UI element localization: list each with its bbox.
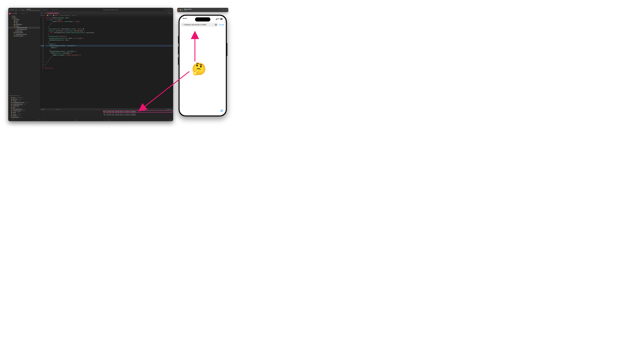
run-button[interactable]: ▶ bbox=[23, 9, 24, 11]
library-icon[interactable]: ▭ bbox=[170, 9, 172, 11]
package-row[interactable]: ›📦abseil1.2024011601.1 bbox=[8, 97, 40, 98]
code-line[interactable]: extension NotesListScreen: View { bbox=[45, 17, 173, 19]
disclosure-chevron-icon[interactable]: › bbox=[9, 100, 10, 102]
tree-row[interactable]: ⌄📁Notes bbox=[8, 17, 40, 19]
clear-console-icon[interactable]: 🗑 bbox=[169, 119, 170, 121]
package-row[interactable]: ›📦AppCheck10.19.0 bbox=[8, 98, 40, 100]
line-number[interactable]: 48 bbox=[40, 41, 44, 43]
toggle-debug-area-icon[interactable]: ▢ bbox=[172, 109, 172, 110]
disclosure-chevron-icon[interactable]: › bbox=[12, 24, 13, 25]
tree-row[interactable]: ›📁Views bbox=[8, 22, 40, 24]
clear-search-icon[interactable]: ✕ bbox=[215, 24, 217, 26]
project-tree[interactable]: ⌄▣Notes⌄📁Notes›📁Services›📁Model›📁Views›📁… bbox=[8, 15, 40, 94]
zoom-dot[interactable] bbox=[13, 9, 14, 11]
code-editor[interactable]: 3536373839404142434445464748495051525354… bbox=[40, 17, 173, 108]
code-line[interactable]: var body: some View { bbox=[45, 19, 173, 21]
line-number[interactable]: 51 bbox=[40, 47, 44, 49]
line-number[interactable]: 40 bbox=[40, 26, 44, 28]
line-number[interactable]: 61 bbox=[40, 65, 44, 67]
disclosure-chevron-icon[interactable]: › bbox=[12, 22, 13, 24]
package-deps-list[interactable]: ›📦abseil1.2024011601.1›📦AppCheck10.19.0›… bbox=[8, 96, 40, 118]
compose-note-icon[interactable] bbox=[220, 109, 223, 113]
disclosure-chevron-icon[interactable]: › bbox=[9, 99, 10, 100]
minimap-toggle-icon[interactable]: ≣ bbox=[168, 13, 170, 14]
disclosure-chevron-icon[interactable]: › bbox=[9, 104, 10, 105]
line-number[interactable]: 49 bbox=[40, 43, 44, 45]
search-field[interactable]: Firestone documents in Swift? ✕ bbox=[181, 23, 218, 27]
package-row[interactable]: ›📦Promises2.4.0 bbox=[8, 115, 40, 117]
code-line[interactable] bbox=[45, 65, 173, 67]
code-line[interactable]: } bbox=[45, 56, 173, 58]
run-destination-pill[interactable]: ▣ Notes 〉 📱 iPhone 15 Pro Running Notes … bbox=[42, 9, 166, 11]
debug-panes-toggle[interactable]: ▮▯ bbox=[171, 119, 172, 121]
sim-traffic-lights[interactable] bbox=[178, 9, 183, 11]
adjust-editor-icon[interactable]: ⫞ bbox=[170, 13, 171, 14]
editor-tab-active[interactable]: ◆ NotesListScreen.swift bbox=[46, 12, 59, 15]
tree-row[interactable]: ⎘GoogleService-Info.plist bbox=[8, 34, 40, 35]
line-number[interactable]: 56 bbox=[40, 56, 44, 58]
tree-row[interactable]: ›📁ViewModifiers bbox=[8, 24, 40, 25]
package-row[interactable]: ›📦Firebase10.24.0 bbox=[8, 100, 40, 102]
sim-home-icon[interactable]: ⌂ bbox=[219, 9, 221, 11]
vars-filter-icon[interactable]: ⌔ bbox=[74, 119, 74, 120]
line-number[interactable]: 57 bbox=[40, 58, 44, 60]
code-line[interactable]: } bbox=[45, 58, 173, 60]
code-line[interactable]: } bbox=[45, 63, 173, 65]
recent-files-icon[interactable]: ◷ bbox=[37, 119, 38, 120]
code-line[interactable]: } bbox=[45, 34, 173, 36]
find-navigator-icon[interactable]: 🔍 bbox=[16, 13, 17, 14]
tree-row[interactable]: ◆NotesListScreen.swift bbox=[8, 27, 40, 29]
line-number[interactable]: 44 bbox=[40, 34, 44, 36]
package-row[interactable]: ›📦leveldb1.22.5 bbox=[8, 112, 40, 113]
package-row[interactable]: ›📦gRPC1.62.2 bbox=[8, 107, 40, 108]
line-number[interactable]: 36 bbox=[40, 19, 44, 21]
line-number[interactable]: 53 bbox=[40, 50, 44, 52]
line-number[interactable]: 47 bbox=[40, 39, 44, 41]
assistant-toggle-icon[interactable]: ▥ bbox=[171, 13, 172, 14]
package-row[interactable]: ›📦nanopb2.30910.0 bbox=[8, 113, 40, 115]
test-navigator-icon[interactable]: ◇ bbox=[20, 13, 21, 14]
memory-graph-icon[interactable]: ⌗ bbox=[51, 109, 51, 110]
code-line[interactable]: } bbox=[45, 41, 173, 43]
disclosure-chevron-icon[interactable]: › bbox=[9, 105, 10, 106]
history-fwd-icon[interactable]: 〉 bbox=[44, 13, 46, 14]
bookmark-navigator-icon[interactable]: 🔖 bbox=[13, 13, 15, 14]
code-line[interactable]: Label("Delete", systemImage: "trash") bbox=[45, 21, 173, 23]
code-line[interactable]: } bbox=[45, 60, 173, 62]
env-overrides-icon[interactable]: ⚙︎ bbox=[52, 109, 53, 110]
console-filter-input[interactable] bbox=[108, 119, 169, 121]
tree-row[interactable]: ⌄▣Notes bbox=[8, 15, 40, 17]
code-line[interactable]: #Preview { bbox=[45, 67, 173, 69]
tree-row[interactable]: 📁Assets.xcassets bbox=[8, 32, 40, 34]
code-line[interactable]: .toolbar { bbox=[45, 43, 173, 45]
tree-row[interactable]: ›📁Preview Content bbox=[8, 35, 40, 37]
filter-funnel-icon[interactable]: ⌔ bbox=[10, 119, 11, 120]
code-line[interactable]: ToolbarItem(placement: .bottomBar) { bbox=[45, 50, 173, 52]
view-debug-icon[interactable]: ❏ bbox=[49, 109, 50, 110]
disclosure-chevron-icon[interactable]: › bbox=[9, 112, 10, 113]
disclosure-chevron-icon[interactable]: › bbox=[9, 115, 10, 116]
line-number[interactable]: 39 bbox=[40, 24, 44, 26]
code-line[interactable]: } bbox=[45, 26, 173, 28]
project-navigator-tab[interactable] bbox=[9, 13, 10, 14]
line-number[interactable]: 41 bbox=[40, 28, 44, 30]
scheme-info[interactable]: ▣ Notes #1 – Add "Notes for iOS" sample … bbox=[26, 8, 41, 11]
line-number[interactable]: 35 bbox=[40, 17, 44, 19]
disclosure-chevron-icon[interactable]: › bbox=[9, 117, 10, 118]
code-content[interactable]: extension NotesListScreen: View { var bo… bbox=[44, 17, 173, 108]
code-line[interactable]: Image(systemName: "square.and.pencil") bbox=[45, 54, 173, 56]
code-line[interactable]: } bbox=[45, 22, 173, 24]
pause-icon[interactable]: ❚❚ bbox=[42, 109, 44, 110]
package-row[interactable]: ›📦GoogleUtilities7.13.1 bbox=[8, 105, 40, 107]
location-icon[interactable]: ➤ bbox=[54, 109, 54, 110]
step-out-icon[interactable]: ↑ bbox=[48, 109, 48, 110]
minimize-dot[interactable] bbox=[11, 9, 12, 11]
debug-navigator-icon[interactable]: ▦ bbox=[22, 13, 24, 14]
console-line[interactable]: The function was called with an invalid … bbox=[104, 111, 172, 112]
package-row[interactable]: ›📦GoogleDataTransport9.4.0 bbox=[8, 103, 40, 105]
line-number[interactable]: 62 bbox=[40, 67, 44, 69]
sim-zoom-dot[interactable] bbox=[182, 9, 183, 11]
console-line[interactable]: The function was called with an invalid … bbox=[104, 114, 172, 116]
console-view-icon[interactable]: 👁 bbox=[103, 119, 104, 121]
sidebar-toggle-icon[interactable]: ▥ bbox=[15, 9, 17, 11]
